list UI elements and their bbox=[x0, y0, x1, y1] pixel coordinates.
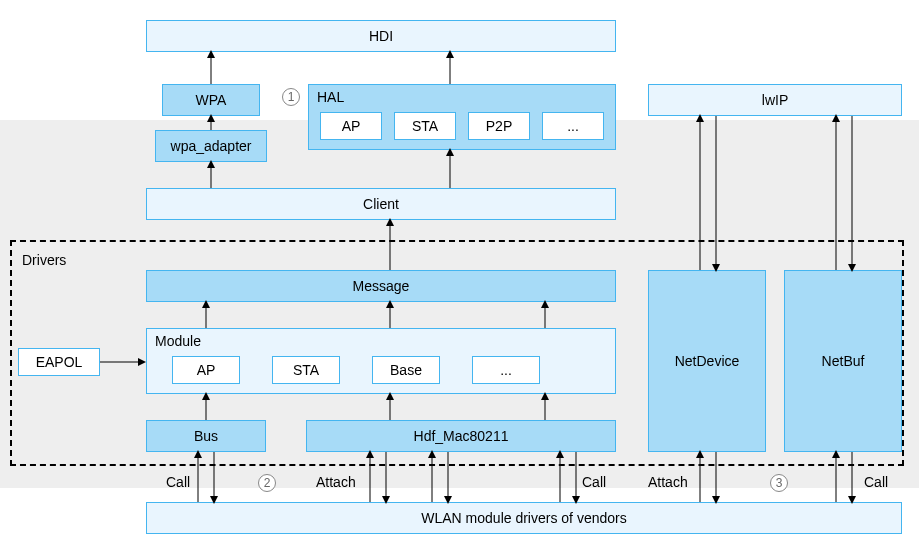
eapol-label: EAPOL bbox=[36, 354, 83, 370]
lwip-box: lwIP bbox=[648, 84, 902, 116]
vendors-label: WLAN module drivers of vendors bbox=[421, 510, 626, 526]
message-box: Message bbox=[146, 270, 616, 302]
annotation-2-label: 2 bbox=[264, 476, 271, 490]
hal-p2p: P2P bbox=[468, 112, 530, 140]
wpa-label: WPA bbox=[196, 92, 227, 108]
client-label: Client bbox=[363, 196, 399, 212]
wpa-adapter-box: wpa_adapter bbox=[155, 130, 267, 162]
edge-attach-b: Attach bbox=[648, 474, 688, 490]
edge-call-c: Call bbox=[864, 474, 888, 490]
hdi-box: HDI bbox=[146, 20, 616, 52]
lwip-label: lwIP bbox=[762, 92, 788, 108]
bus-label: Bus bbox=[194, 428, 218, 444]
drivers-label: Drivers bbox=[22, 252, 66, 268]
annotation-2: 2 bbox=[258, 474, 276, 492]
module-more-label: ... bbox=[500, 362, 512, 378]
netbuf-label: NetBuf bbox=[822, 353, 865, 369]
module-ap-label: AP bbox=[197, 362, 216, 378]
hdi-label: HDI bbox=[369, 28, 393, 44]
module-base-label: Base bbox=[390, 362, 422, 378]
wpa-adapter-label: wpa_adapter bbox=[171, 138, 252, 154]
netbuf-box: NetBuf bbox=[784, 270, 902, 452]
bus-box: Bus bbox=[146, 420, 266, 452]
wpa-box: WPA bbox=[162, 84, 260, 116]
module-title: Module bbox=[155, 333, 201, 349]
netdevice-box: NetDevice bbox=[648, 270, 766, 452]
module-ap: AP bbox=[172, 356, 240, 384]
hal-ap: AP bbox=[320, 112, 382, 140]
message-label: Message bbox=[353, 278, 410, 294]
module-sta-label: STA bbox=[293, 362, 319, 378]
hal-ap-label: AP bbox=[342, 118, 361, 134]
hal-sta: STA bbox=[394, 112, 456, 140]
module-more: ... bbox=[472, 356, 540, 384]
edge-call-a: Call bbox=[166, 474, 190, 490]
eapol-box: EAPOL bbox=[18, 348, 100, 376]
client-box: Client bbox=[146, 188, 616, 220]
annotation-1: 1 bbox=[282, 88, 300, 106]
annotation-3: 3 bbox=[770, 474, 788, 492]
vendors-box: WLAN module drivers of vendors bbox=[146, 502, 902, 534]
hdfmac-label: Hdf_Mac80211 bbox=[414, 428, 509, 444]
hal-more-label: ... bbox=[567, 118, 579, 134]
netdevice-label: NetDevice bbox=[675, 353, 740, 369]
hal-title: HAL bbox=[317, 89, 344, 105]
hal-sta-label: STA bbox=[412, 118, 438, 134]
hal-p2p-label: P2P bbox=[486, 118, 512, 134]
hdfmac-box: Hdf_Mac80211 bbox=[306, 420, 616, 452]
module-base: Base bbox=[372, 356, 440, 384]
annotation-1-label: 1 bbox=[288, 90, 295, 104]
edge-call-b: Call bbox=[582, 474, 606, 490]
hal-more: ... bbox=[542, 112, 604, 140]
module-sta: STA bbox=[272, 356, 340, 384]
annotation-3-label: 3 bbox=[776, 476, 783, 490]
edge-attach-a: Attach bbox=[316, 474, 356, 490]
